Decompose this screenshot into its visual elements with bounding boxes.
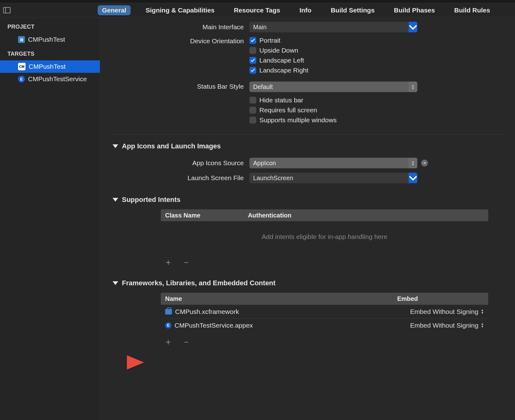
sidebar-target-app-label: CMPushTest — [29, 63, 66, 70]
landscape-right-label: Landscape Right — [259, 67, 309, 74]
panel-toggle-icon[interactable] — [3, 7, 11, 13]
extension-icon: E — [18, 76, 25, 82]
section-supported-intents-title: Supported Intents — [122, 196, 180, 204]
window-border — [0, 0, 515, 3]
add-framework-button[interactable]: ＋ — [164, 338, 173, 346]
main-interface-label: Main Interface — [113, 23, 249, 31]
disclosure-triangle-icon — [113, 198, 118, 202]
intents-col-auth: Authentication — [244, 212, 488, 219]
stepper-icon[interactable]: ▲▼ — [481, 309, 484, 314]
full-screen-label: Requires full screen — [259, 106, 317, 114]
status-bar-popup[interactable]: Default ▲▼ — [249, 82, 417, 92]
multi-window-label: Supports multiple windows — [259, 116, 337, 124]
frameworks-table-header: Name Embed — [161, 293, 488, 305]
framework-embed-value: Embed Without Signing — [410, 308, 478, 315]
framework-name: CMPush.xcframework — [175, 308, 239, 315]
upside-down-checkbox[interactable] — [249, 47, 256, 54]
app-icons-source-label: App Icons Source — [113, 159, 249, 167]
project-icon: ▦ — [18, 36, 25, 43]
tab-bar: General Signing & Capabilities Resource … — [98, 5, 494, 15]
add-intent-button[interactable]: ＋ — [164, 258, 173, 267]
intents-table: Class Name Authentication Add intents el… — [161, 209, 488, 252]
section-supported-intents[interactable]: Supported Intents — [113, 196, 503, 204]
section-frameworks-title: Frameworks, Libraries, and Embedded Cont… — [122, 279, 276, 287]
portrait-checkbox[interactable] — [249, 37, 256, 44]
frameworks-col-name: Name — [161, 295, 393, 302]
main-interface-combo[interactable]: Main — [249, 22, 417, 32]
intents-placeholder: Add intents eligible for in-app handling… — [161, 221, 488, 252]
hide-status-checkbox[interactable] — [249, 97, 256, 104]
upside-down-label: Upside Down — [259, 47, 298, 54]
tab-general[interactable]: General — [98, 5, 131, 15]
sidebar-target-ext-label: CMPushTestService — [28, 75, 87, 83]
stepper-icon[interactable]: ▲▼ — [481, 323, 484, 328]
tab-build-settings[interactable]: Build Settings — [326, 5, 379, 15]
app-icons-source-popup[interactable]: AppIcon ▲▼ — [249, 158, 417, 168]
landscape-left-label: Landscape Left — [259, 57, 304, 64]
disclosure-triangle-icon — [113, 144, 118, 148]
sidebar-project-label: CMPushTest — [28, 36, 65, 43]
framework-name: CMPushTestService.appex — [174, 322, 253, 329]
tab-resource-tags[interactable]: Resource Tags — [230, 5, 285, 15]
app-icons-source-value: AppIcon — [249, 160, 409, 167]
stepper-icon: ▲▼ — [409, 158, 417, 168]
divider — [113, 134, 503, 135]
intents-table-header: Class Name Authentication — [161, 209, 488, 221]
tab-build-rules[interactable]: Build Rules — [450, 5, 494, 15]
frameworks-col-embed: Embed — [393, 295, 488, 302]
full-screen-checkbox[interactable] — [249, 107, 256, 114]
sidebar-target-app[interactable]: CM CMPushTest — [0, 60, 100, 73]
sidebar: PROJECT ▦ CMPushTest TARGETS CM CMPushTe… — [0, 17, 100, 420]
hide-status-label: Hide status bar — [259, 96, 303, 104]
remove-framework-button[interactable]: － — [182, 338, 191, 346]
tab-signing[interactable]: Signing & Capabilities — [141, 5, 219, 15]
framework-row[interactable]: E CMPushTestService.appex Embed Without … — [161, 318, 488, 332]
section-app-icons[interactable]: App Icons and Launch Images — [113, 142, 503, 150]
sidebar-project-header: PROJECT — [0, 22, 100, 33]
remove-intent-button[interactable]: － — [182, 258, 191, 267]
launch-screen-label: Launch Screen File — [113, 174, 249, 182]
intents-col-class: Class Name — [161, 212, 244, 219]
chevron-down-icon — [409, 173, 417, 183]
content-pane: Main Interface Main Device Orientation P… — [100, 17, 515, 420]
section-frameworks[interactable]: Frameworks, Libraries, and Embedded Cont… — [113, 279, 503, 287]
chevron-down-icon — [409, 22, 417, 32]
stepper-icon: ▲▼ — [409, 82, 417, 92]
extension-icon: E — [165, 322, 171, 329]
framework-icon — [165, 309, 172, 315]
launch-screen-combo[interactable]: LaunchScreen — [249, 173, 417, 183]
goto-arrow-icon[interactable] — [421, 160, 428, 166]
sidebar-targets-header: TARGETS — [0, 49, 100, 60]
portrait-label: Portrait — [259, 37, 281, 44]
landscape-left-checkbox[interactable] — [249, 57, 256, 64]
section-app-icons-title: App Icons and Launch Images — [122, 142, 221, 150]
framework-row[interactable]: CMPush.xcframework Embed Without Signing… — [161, 305, 488, 318]
framework-embed-value: Embed Without Signing — [410, 322, 478, 329]
multi-window-checkbox[interactable] — [249, 117, 256, 124]
tab-build-phases[interactable]: Build Phases — [390, 5, 439, 15]
status-bar-label: Status Bar Style — [113, 82, 249, 90]
launch-screen-value: LaunchScreen — [249, 173, 409, 183]
app-icon: CM — [18, 63, 26, 70]
status-bar-value: Default — [249, 83, 409, 91]
disclosure-triangle-icon — [113, 281, 118, 285]
landscape-right-checkbox[interactable] — [249, 67, 256, 74]
sidebar-target-extension[interactable]: E CMPushTestService — [0, 73, 100, 85]
tab-info[interactable]: Info — [295, 5, 316, 15]
sidebar-project-item[interactable]: ▦ CMPushTest — [0, 33, 100, 46]
editor-toolbar: General Signing & Capabilities Resource … — [0, 3, 515, 17]
main-interface-value: Main — [249, 22, 409, 32]
orientation-label: Device Orientation — [113, 37, 249, 45]
frameworks-table: Name Embed CMPush.xcframework Embed With… — [161, 293, 488, 332]
